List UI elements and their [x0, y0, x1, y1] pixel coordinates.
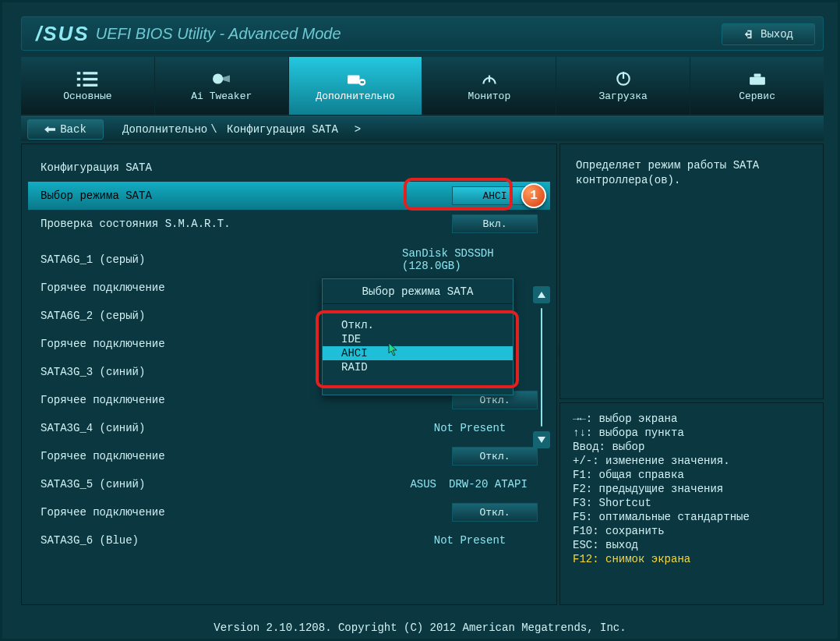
bios-window: /SUS UEFI BIOS Utility - Advanced Mode В…	[0, 0, 840, 641]
exit-label: Выход	[761, 28, 793, 41]
row-label: Выбор режима SATA	[41, 189, 452, 202]
smart-select[interactable]: Вкл.	[452, 214, 538, 233]
scrollbar	[531, 286, 552, 448]
tab-monitor[interactable]: Монитор	[422, 57, 556, 115]
svg-rect-14	[754, 73, 761, 76]
breadcrumb-item[interactable]: Дополнительно	[122, 123, 207, 136]
asus-logo: /SUS	[36, 22, 90, 46]
back-button[interactable]: Back	[27, 119, 104, 140]
svg-rect-7	[348, 75, 359, 83]
list-icon	[76, 70, 98, 87]
svg-rect-2	[77, 83, 80, 86]
row-label: SATA3G_5 (синий)	[41, 478, 397, 490]
hotplug-select[interactable]: Откл.	[452, 503, 538, 522]
chevron-down-icon	[538, 437, 545, 443]
row-value: DRW-20 ATAPI	[444, 478, 538, 490]
popup-option-ide[interactable]: IDE	[323, 332, 513, 346]
key-hint: ESC: выход	[573, 539, 810, 551]
tab-label: Загрузка	[599, 90, 648, 102]
row-label: SATA6G_1 (серый)	[41, 253, 397, 266]
svg-rect-0	[77, 72, 80, 74]
help-text: Определяет режим работы SATA контроллера…	[576, 159, 759, 186]
svg-rect-13	[750, 76, 765, 84]
chevron-up-icon	[538, 292, 545, 298]
mouse-cursor-icon	[388, 342, 399, 356]
row-label: Горячее подключение	[41, 506, 452, 519]
svg-rect-5	[83, 83, 98, 86]
scroll-down-button[interactable]	[533, 431, 550, 448]
tab-label: Сервис	[739, 90, 775, 102]
row-label: SATA3G_6 (Blue)	[41, 534, 397, 547]
svg-rect-1	[77, 77, 80, 80]
svg-rect-4	[83, 77, 98, 80]
popup-title: Выбор режима SATA	[323, 279, 513, 304]
footer-copyright: Version 2.10.1208. Copyright (C) 2012 Am…	[2, 622, 838, 634]
key-hint: F3: Shortcut	[573, 497, 810, 509]
section-title: Конфигурация SATA	[28, 154, 550, 182]
breadcrumb-bar: Back Дополнительно\ Конфигурация SATA >	[21, 116, 824, 141]
breadcrumb: Дополнительно\ Конфигурация SATA >	[122, 123, 364, 136]
row-value: Not Present	[397, 422, 538, 434]
popup-option-raid[interactable]: RAID	[323, 360, 513, 374]
popup-option-off[interactable]: Откл.	[323, 318, 513, 332]
section-title-text: Конфигурация SATA	[41, 161, 538, 174]
chip-icon	[344, 70, 366, 87]
svg-rect-12	[623, 72, 624, 79]
row-port-6: SATA3G_6 (Blue) Not Present	[28, 526, 550, 554]
hotplug-select[interactable]: Откл.	[452, 447, 538, 466]
keys-pane: →←: выбор экрана↑↓: выбора пунктаВвод: в…	[559, 402, 824, 605]
row-value: SanDisk SDSSDH (128.0GB)	[397, 247, 538, 272]
exit-button[interactable]: Выход	[722, 23, 815, 45]
arrow-left-icon	[44, 126, 55, 133]
row-port-1: SATA6G_1 (серый) SanDisk SDSSDH (128.0GB…	[28, 246, 550, 274]
tab-advanced[interactable]: Дополнительно	[289, 57, 423, 115]
breadcrumb-item[interactable]: Конфигурация SATA	[227, 123, 338, 136]
tab-tools[interactable]: Сервис	[690, 57, 824, 115]
top-bar: /SUS UEFI BIOS Utility - Advanced Mode В…	[21, 16, 824, 51]
key-hint: →←: выбор экрана	[573, 413, 810, 425]
row-hotplug-5[interactable]: Горячее подключение Откл.	[28, 498, 550, 526]
tab-label: Дополнительно	[316, 90, 394, 102]
row-value: Not Present	[397, 534, 538, 547]
svg-rect-3	[83, 72, 98, 74]
key-hint: F12: снимок экрана	[573, 553, 810, 565]
row-label: Горячее подключение	[41, 450, 452, 462]
gauge-icon	[478, 70, 500, 87]
row-label: SATA3G_4 (синий)	[41, 422, 397, 434]
scroll-up-button[interactable]	[533, 286, 550, 303]
svg-rect-9	[361, 81, 364, 83]
nav-tabs: Основные Ai Tweaker Дополнительно Монито…	[21, 57, 824, 115]
key-hint: +/-: изменение значения.	[573, 455, 810, 467]
tab-main[interactable]: Основные	[21, 57, 155, 115]
row-smart[interactable]: Проверка состояния S.M.A.R.T. Вкл.	[28, 210, 550, 238]
row-sata-mode[interactable]: Выбор режима SATA AHCI	[28, 182, 550, 210]
row-port-4: SATA3G_4 (синий) Not Present	[28, 414, 550, 442]
tab-ai-tweaker[interactable]: Ai Tweaker	[155, 57, 289, 115]
tab-boot[interactable]: Загрузка	[556, 57, 690, 115]
key-hint: F1: общая справка	[573, 469, 810, 481]
row-label: Проверка состояния S.M.A.R.T.	[41, 218, 452, 230]
svg-rect-10	[489, 75, 490, 82]
key-hint: ↑↓: выбора пункта	[573, 427, 810, 439]
row-port-5: SATA3G_5 (синий) ASUS DRW-20 ATAPI	[28, 470, 550, 498]
fan-icon	[210, 70, 232, 87]
key-hint: Ввод: выбор	[573, 441, 810, 453]
window-title: UEFI BIOS Utility - Advanced Mode	[96, 25, 341, 43]
key-hint: F2: предыдущие значения	[573, 483, 810, 495]
tab-label: Основные	[63, 90, 111, 102]
row-label: Горячее подключение	[41, 394, 452, 406]
annotation-badge-1: 1	[521, 183, 546, 208]
sata-mode-popup: Выбор режима SATA Откл. IDE AHCI RAID	[322, 278, 514, 395]
toolbox-icon	[746, 70, 768, 87]
tab-label: Монитор	[468, 90, 511, 102]
tab-label: Ai Tweaker	[191, 90, 252, 102]
back-label: Back	[60, 123, 86, 136]
scroll-track-line[interactable]	[541, 308, 542, 427]
key-hint: F10: сохранить	[573, 525, 810, 537]
row-hotplug-4[interactable]: Горячее подключение Откл.	[28, 442, 550, 470]
help-pane: Определяет режим работы SATA контроллера…	[559, 143, 824, 399]
popup-option-ahci[interactable]: AHCI	[323, 346, 513, 360]
row-vendor: ASUS	[397, 478, 444, 490]
key-hint: F5: оптимальные стандартные	[573, 511, 810, 523]
power-icon	[612, 70, 634, 87]
